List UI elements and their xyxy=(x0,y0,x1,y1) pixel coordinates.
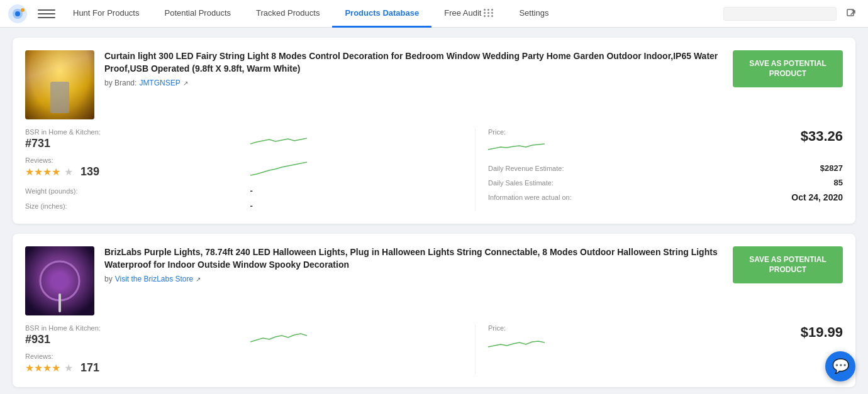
metrics-right-2: Price: $19.99 xyxy=(475,324,843,375)
star-empty: ★ xyxy=(64,166,73,178)
tab-hunt[interactable]: Hunt For Products xyxy=(60,0,152,28)
product-img-purple xyxy=(25,246,94,315)
product-image xyxy=(25,246,94,315)
price-value-2: $19.99 xyxy=(801,324,843,341)
main-content: Curtain light 300 LED Fairy String Light… xyxy=(0,28,868,394)
external-link-small-icon: ↗ xyxy=(183,80,188,87)
logo-icon xyxy=(8,4,28,24)
external-link-small-icon: ↗ xyxy=(196,276,201,283)
external-link-icon[interactable] xyxy=(843,5,860,23)
reviews-count: 139 xyxy=(81,165,99,178)
product-metrics: BSR in Home & Kitchen: #731 Reviews: xyxy=(25,128,843,211)
logo xyxy=(8,4,28,24)
product-title: BrizLabs Purple Lights, 78.74ft 240 LED … xyxy=(104,246,723,271)
info-date-value: Oct 24, 2020 xyxy=(791,192,843,202)
save-potential-button-2[interactable]: SAVE AS POTENTIAL PRODUCT xyxy=(733,246,843,283)
svg-point-3 xyxy=(21,8,25,12)
price-sparkline-2 xyxy=(488,333,545,352)
star-empty-2: ★ xyxy=(64,362,73,374)
bsr-value: #731 xyxy=(25,137,244,150)
metrics-left: BSR in Home & Kitchen: #731 Reviews: xyxy=(25,128,475,211)
metrics-left-2: BSR in Home & Kitchen: #931 Reviews: xyxy=(25,324,475,375)
price-label: Price: xyxy=(488,128,545,136)
weight-value: - xyxy=(250,186,253,195)
revenue-label: Daily Revenue Estimate: xyxy=(488,165,564,172)
size-value: - xyxy=(250,201,253,211)
revenue-value: $2827 xyxy=(820,163,843,173)
tab-tracked[interactable]: Tracked Products xyxy=(243,0,332,28)
product-info: Curtain light 300 LED Fairy String Light… xyxy=(104,50,723,87)
product-img-warm xyxy=(25,50,94,119)
product-top: Curtain light 300 LED Fairy String Light… xyxy=(25,50,843,119)
audit-label: Free Audit xyxy=(444,8,481,18)
brand-link[interactable]: Visit the BrizLabs Store xyxy=(115,275,194,283)
reviews-count-2: 171 xyxy=(81,361,99,375)
revenue-row: Daily Revenue Estimate: $2827 xyxy=(488,162,843,174)
product-image xyxy=(25,50,94,119)
size-label: Size (inches): xyxy=(25,202,67,210)
weight-label: Weight (pounds): xyxy=(25,187,78,195)
product-card: Curtain light 300 LED Fairy String Light… xyxy=(13,38,855,224)
product-card: BrizLabs Purple Lights, 78.74ft 240 LED … xyxy=(13,234,855,387)
bsr-value-2: #931 xyxy=(25,333,244,346)
brand-link[interactable]: JMTGNSEP xyxy=(139,79,180,87)
product-title: Curtain light 300 LED Fairy String Light… xyxy=(104,50,723,75)
bsr-sparkline xyxy=(250,128,307,150)
tab-settings[interactable]: Settings xyxy=(506,0,561,28)
bsr-sparkline-2 xyxy=(250,324,307,346)
tab-audit[interactable]: Free Audit xyxy=(431,0,506,28)
product-brand: by Visit the BrizLabs Store ↗ xyxy=(104,275,723,283)
tab-database[interactable]: Products Database xyxy=(332,0,431,28)
product-top: BrizLabs Purple Lights, 78.74ft 240 LED … xyxy=(25,246,843,315)
info-date-label: Information were actual on: xyxy=(488,194,572,201)
bsr-label-2: BSR in Home & Kitchen: xyxy=(25,324,244,332)
chat-icon: 💬 xyxy=(832,358,849,375)
price-label-2: Price: xyxy=(488,324,545,332)
hamburger-menu[interactable] xyxy=(38,5,55,23)
bsr-label: BSR in Home & Kitchen: xyxy=(25,128,244,136)
grid-dots-icon xyxy=(484,9,494,17)
product-metrics-2: BSR in Home & Kitchen: #931 Reviews: xyxy=(25,324,843,375)
info-row: Information were actual on: Oct 24, 2020 xyxy=(488,191,843,204)
sales-row: Daily Sales Estimate: 85 xyxy=(488,177,843,189)
search-bar xyxy=(723,7,837,21)
sales-value: 85 xyxy=(834,178,843,187)
star-rating: ★★★★ xyxy=(25,166,60,178)
reviews-label: Reviews: xyxy=(25,156,244,164)
chat-bubble[interactable]: 💬 xyxy=(825,351,855,381)
price-value: $33.26 xyxy=(801,128,843,145)
metrics-right: Price: $33.26 Daily Revenue Estimate: $2… xyxy=(475,128,843,211)
sales-label: Daily Sales Estimate: xyxy=(488,179,554,187)
nav-tabs: Hunt For Products Potential Products Tra… xyxy=(60,0,561,28)
tab-potential[interactable]: Potential Products xyxy=(152,0,244,28)
product-info: BrizLabs Purple Lights, 78.74ft 240 LED … xyxy=(104,246,723,283)
price-sparkline xyxy=(488,137,545,156)
reviews-label-2: Reviews: xyxy=(25,353,469,360)
svg-point-2 xyxy=(15,11,20,16)
product-brand: by Brand: JMTGNSEP ↗ xyxy=(104,79,723,87)
reviews-sparkline xyxy=(250,156,307,178)
star-rating-2: ★★★★ xyxy=(25,362,60,374)
save-potential-button[interactable]: SAVE AS POTENTIAL PRODUCT xyxy=(733,50,843,87)
brand-by: by Brand: xyxy=(104,79,136,87)
navigation: Hunt For Products Potential Products Tra… xyxy=(0,0,868,28)
nav-right xyxy=(723,5,860,23)
brand-by: by xyxy=(104,275,113,283)
